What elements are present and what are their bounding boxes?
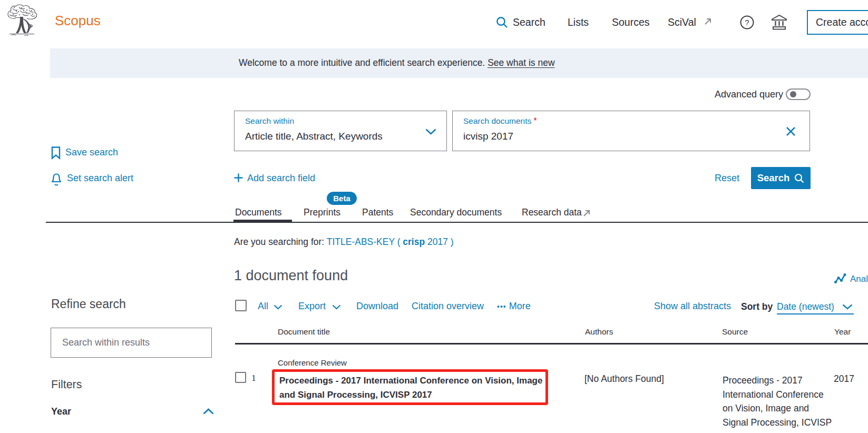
- suggestion-prefix: Are you searching for:: [234, 237, 324, 247]
- required-asterisk: *: [534, 116, 537, 125]
- scopus-search-results-page: Scopus Search Lists Sources SciVal ? Cre…: [0, 0, 868, 433]
- tab-preprints[interactable]: Preprints: [304, 207, 340, 218]
- search-within-value: Article title, Abstract, Keywords: [245, 131, 383, 142]
- institution-icon[interactable]: [771, 14, 788, 31]
- show-all-abstracts-link[interactable]: Show all abstracts: [654, 301, 731, 312]
- results-count: 1 document found: [234, 268, 348, 284]
- more-menu[interactable]: ••• More: [497, 301, 531, 312]
- nav-sources[interactable]: Sources: [612, 16, 650, 28]
- table-header-divider: [235, 343, 868, 345]
- search-documents-field[interactable]: Search documents * icvisp 2017: [452, 111, 810, 151]
- chevron-down-icon: [332, 304, 341, 310]
- reset-link[interactable]: Reset: [715, 173, 739, 184]
- bell-icon: [51, 172, 62, 186]
- row-checkbox[interactable]: [235, 372, 246, 383]
- search-documents-label: Search documents *: [463, 116, 537, 126]
- column-year: Year: [834, 327, 851, 337]
- create-account-button[interactable]: Create account: [807, 10, 868, 35]
- add-search-field-link[interactable]: Add search field: [247, 173, 315, 184]
- row-source: Proceedings - 2017 International Confere…: [723, 373, 833, 429]
- help-icon[interactable]: ?: [740, 15, 754, 29]
- search-icon: [496, 16, 508, 28]
- select-all-dropdown[interactable]: All: [258, 301, 268, 312]
- advanced-query-toggle[interactable]: [786, 88, 811, 100]
- welcome-message: Welcome to a more intuitive and efficien…: [239, 57, 485, 68]
- search-button[interactable]: Search: [751, 167, 811, 189]
- search-button-label: Search: [757, 172, 790, 184]
- select-all-checkbox[interactable]: [235, 300, 247, 311]
- external-link-icon: [583, 209, 591, 217]
- tab-secondary-documents[interactable]: Secondary documents: [410, 207, 502, 218]
- refine-search-title: Refine search: [51, 297, 126, 311]
- suggestion-query-link[interactable]: TITLE-ABS-KEY ( crisp 2017 ): [327, 237, 454, 247]
- save-search-link[interactable]: Save search: [65, 147, 118, 158]
- search-documents-value: icvisp 2017: [463, 131, 513, 142]
- external-link-icon: [704, 17, 712, 25]
- row-authors: [No Authors Found]: [584, 373, 664, 385]
- chevron-down-icon: [842, 304, 853, 310]
- column-authors: Authors: [585, 327, 613, 337]
- set-search-alert-link[interactable]: Set search alert: [67, 173, 133, 184]
- see-what-is-new-link[interactable]: See what is new: [487, 57, 554, 68]
- chevron-up-icon[interactable]: [203, 408, 214, 415]
- document-title-link[interactable]: Proceedings - 2017 International Confere…: [279, 373, 545, 402]
- tab-documents[interactable]: Documents: [235, 207, 282, 218]
- bookmark-icon: [51, 146, 61, 160]
- scopus-wordmark[interactable]: Scopus: [55, 13, 101, 29]
- chevron-down-icon: [425, 129, 436, 135]
- ellipsis-icon: •••: [497, 302, 506, 311]
- sort-by-label: Sort by: [741, 301, 773, 312]
- search-icon: [794, 173, 804, 183]
- plus-icon: [234, 173, 243, 182]
- sort-select[interactable]: Date (newest): [777, 300, 854, 314]
- nav-lists[interactable]: Lists: [568, 16, 589, 28]
- nav-search[interactable]: Search: [513, 16, 545, 28]
- analyze-chart-icon: [834, 273, 846, 284]
- sort-value: Date (newest): [777, 301, 834, 312]
- download-link[interactable]: Download: [356, 301, 398, 312]
- analyze-results-link[interactable]: Analyze results: [850, 274, 868, 284]
- welcome-banner: Welcome to a more intuitive and efficien…: [50, 48, 868, 78]
- tab-patents[interactable]: Patents: [362, 207, 393, 218]
- chevron-down-icon: [274, 304, 282, 310]
- search-within-select[interactable]: Search within Article title, Abstract, K…: [234, 111, 447, 151]
- document-type-label: Conference Review: [278, 358, 347, 367]
- column-document-title: Document title: [278, 327, 330, 337]
- advanced-query-label: Advanced query: [715, 89, 783, 100]
- tabs-divider: [46, 222, 868, 223]
- row-index: 1: [251, 372, 256, 383]
- export-dropdown[interactable]: Export: [298, 301, 326, 312]
- search-within-label: Search within: [245, 116, 294, 126]
- search-within-results-input[interactable]: [51, 328, 212, 358]
- year-filter-label[interactable]: Year: [51, 406, 71, 417]
- beta-badge: Beta: [327, 192, 357, 205]
- row-year: 2017: [834, 373, 854, 385]
- column-source: Source: [722, 327, 748, 337]
- tab-research-data[interactable]: Research data: [522, 207, 582, 218]
- citation-overview-link[interactable]: Citation overview: [412, 301, 484, 312]
- toggle-knob: [790, 91, 796, 97]
- svg-text:?: ?: [745, 18, 749, 27]
- elsevier-tree-logo: [5, 4, 40, 37]
- nav-scival[interactable]: SciVal: [668, 16, 696, 28]
- filters-title: Filters: [51, 378, 82, 391]
- clear-icon[interactable]: [786, 126, 796, 136]
